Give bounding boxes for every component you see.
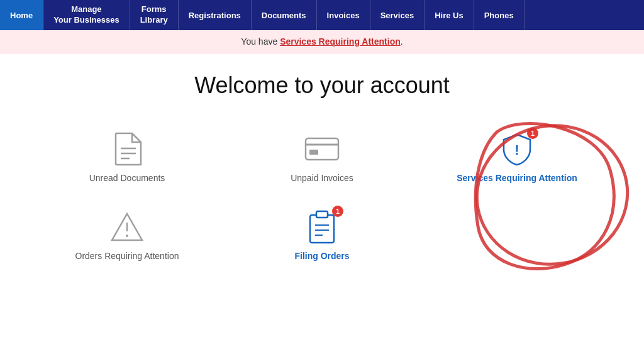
alert-banner: You have Services Requiring Attention. xyxy=(0,30,644,53)
welcome-title: Welcome to your account xyxy=(194,72,450,99)
tile-unread-documents[interactable]: Unread Documents xyxy=(48,130,206,183)
alert-prefix: You have xyxy=(241,36,280,47)
svg-rect-5 xyxy=(309,150,318,155)
svg-rect-9 xyxy=(310,215,334,243)
tile-unpaid-invoices[interactable]: Unpaid Invoices xyxy=(243,130,401,183)
tile-empty xyxy=(438,208,596,261)
tile-orders-attention-label: Orders Requiring Attention xyxy=(75,251,179,261)
nav-forms-library[interactable]: Forms Library xyxy=(130,0,179,30)
tile-unpaid-invoices-label: Unpaid Invoices xyxy=(291,173,353,183)
clipboard-icon: 1 xyxy=(303,208,341,246)
tiles-grid: Unread Documents Unpaid Invoices ! 1 xyxy=(48,130,596,261)
nav-services[interactable]: Services xyxy=(370,0,425,30)
alert-link[interactable]: Services Requiring Attention xyxy=(280,36,401,47)
nav-phones[interactable]: Phones xyxy=(474,0,525,30)
triangle-alert-icon xyxy=(108,208,146,246)
tile-filing-orders[interactable]: 1 Filing Orders xyxy=(243,208,401,261)
nav-manage-businesses[interactable]: Manage Your Businesses xyxy=(43,0,130,30)
svg-point-8 xyxy=(126,235,128,237)
nav-registrations[interactable]: Registrations xyxy=(179,0,252,30)
nav-hire-us[interactable]: Hire Us xyxy=(425,0,474,30)
card-icon xyxy=(303,130,341,168)
filing-orders-badge: 1 xyxy=(332,206,343,217)
nav-invoices[interactable]: Invoices xyxy=(317,0,370,30)
navigation: Home Manage Your Businesses Forms Librar… xyxy=(0,0,644,30)
main-content: Welcome to your account Unread Documents xyxy=(0,53,644,261)
alert-shield-icon: ! 1 xyxy=(498,130,536,168)
services-attention-badge: 1 xyxy=(527,128,538,139)
svg-rect-3 xyxy=(306,138,338,160)
tile-unread-documents-label: Unread Documents xyxy=(89,173,165,183)
svg-text:!: ! xyxy=(514,142,519,158)
alert-suffix: . xyxy=(401,36,403,47)
nav-documents[interactable]: Documents xyxy=(252,0,317,30)
document-icon xyxy=(108,130,146,168)
tile-services-attention[interactable]: ! 1 Services Requiring Attention xyxy=(438,130,596,183)
svg-rect-10 xyxy=(316,211,328,218)
tile-orders-attention[interactable]: Orders Requiring Attention xyxy=(48,208,206,261)
tile-filing-orders-label: Filing Orders xyxy=(294,251,349,261)
tile-services-attention-label: Services Requiring Attention xyxy=(457,173,577,183)
nav-home[interactable]: Home xyxy=(0,0,43,30)
